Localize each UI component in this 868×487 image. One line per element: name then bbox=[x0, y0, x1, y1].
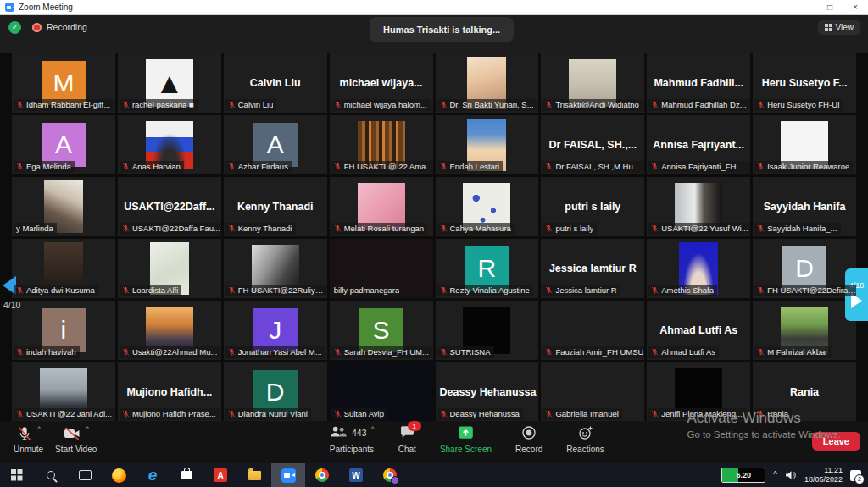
participant-tile[interactable]: RaniaRania bbox=[753, 362, 856, 422]
participant-tile[interactable]: Deassy HehanussaDeassy Hehanussa bbox=[436, 362, 539, 422]
firefox-icon[interactable] bbox=[102, 463, 136, 487]
participants-menu-caret[interactable]: ^ bbox=[371, 425, 375, 434]
volume-icon[interactable] bbox=[785, 470, 797, 480]
participant-tile[interactable]: MIdham Rabbani El-giff... bbox=[12, 53, 115, 113]
participant-tile[interactable]: Anas Harvian bbox=[118, 115, 221, 174]
mic-muted-icon bbox=[228, 224, 236, 233]
record-button[interactable]: Record bbox=[515, 425, 542, 454]
minimize-button[interactable]: — bbox=[792, 0, 817, 14]
view-button[interactable]: View bbox=[818, 20, 861, 35]
mic-muted-icon bbox=[334, 100, 342, 109]
participant-tile[interactable]: Endah Lestari bbox=[436, 115, 539, 174]
chat-button[interactable]: 1 Chat bbox=[398, 425, 416, 454]
mic-muted-icon bbox=[16, 285, 24, 295]
participant-tile[interactable]: RRezty Vinalia Agustine bbox=[436, 239, 539, 298]
participant-tile[interactable]: AEga Melinda bbox=[12, 115, 115, 174]
acrobat-icon[interactable]: A bbox=[203, 463, 237, 487]
share-screen-label: Share Screen bbox=[440, 445, 492, 454]
participant-tile[interactable]: M Fahrizal Akbar bbox=[753, 301, 856, 360]
task-view-icon[interactable] bbox=[68, 463, 102, 487]
tray-expand-icon[interactable]: ^ bbox=[773, 471, 777, 479]
participant-tile[interactable]: Calvin LiuCalvin Liu bbox=[224, 53, 327, 113]
meter-value: 6.20 bbox=[722, 471, 765, 479]
mic-muted-icon bbox=[545, 100, 553, 109]
chrome-icon[interactable] bbox=[305, 463, 339, 487]
participants-button[interactable]: 443 ^ Participants bbox=[329, 425, 375, 454]
share-screen-button[interactable]: Share Screen bbox=[440, 425, 492, 454]
participant-tile[interactable]: SUTRISNA bbox=[436, 301, 539, 360]
file-explorer-icon[interactable] bbox=[237, 463, 271, 487]
participant-tile[interactable]: Mahmud Fadhill...Mahmud Fadhillah Dz... bbox=[647, 53, 750, 113]
maximize-button[interactable]: □ bbox=[817, 0, 843, 14]
participant-tile[interactable]: USAKTI@22 Yusuf Wi... bbox=[647, 177, 750, 236]
close-button[interactable]: × bbox=[843, 0, 868, 14]
participant-tile[interactable]: Annisa Fajriyant...Annisa Fajriyanti_FH … bbox=[647, 115, 750, 174]
participant-tile[interactable]: Melati Rosali turangan bbox=[330, 177, 433, 236]
participant-tile[interactable]: putri s lailyputri s laily bbox=[541, 177, 644, 236]
participant-tile[interactable]: USAKTI@22Daff...USAKTI@22Daffa Fau... bbox=[118, 177, 221, 236]
participant-name-tag: FH USAKTI @ 22 Ama... bbox=[331, 161, 433, 173]
participant-tile[interactable]: USAKTI @22 Jani Adi... bbox=[12, 362, 115, 422]
participant-tile[interactable]: SSarah Desvia_FH UM... bbox=[330, 301, 433, 360]
participant-tile[interactable]: Aditya dwi Kusuma bbox=[12, 239, 115, 298]
participant-tile[interactable]: Loardista Alfi bbox=[118, 239, 221, 298]
participant-tile[interactable]: Amethis Shafa bbox=[647, 239, 750, 298]
participant-display-name: Mujiono Hafidh... bbox=[118, 386, 221, 398]
participant-tile[interactable]: Ahmad Lutfi AsAhmad Lutfi As bbox=[647, 301, 750, 360]
mic-muted-icon bbox=[334, 347, 342, 357]
participant-tile[interactable]: Usakti@22Ahmad Mu... bbox=[118, 301, 221, 360]
participant-tile[interactable]: michael wijaya...michael wijaya halom... bbox=[330, 53, 433, 113]
mic-muted-icon bbox=[545, 285, 553, 295]
participant-name-tag: Rezty Vinalia Agustine bbox=[437, 285, 533, 296]
participant-tile[interactable]: JJonathan Yasi Abel M... bbox=[224, 301, 327, 360]
chrome-profile-icon[interactable] bbox=[373, 463, 407, 487]
zoom-icon[interactable] bbox=[271, 463, 305, 487]
participant-tile[interactable]: Dr FAISAL, SH.,...Dr FAISAL, SH.,M.Hum..… bbox=[541, 115, 644, 174]
participant-tile[interactable]: FH USAKTI@22Ruliyo ... bbox=[224, 239, 327, 298]
participant-tile[interactable]: Trisakti@Andi Widiatno bbox=[541, 53, 644, 113]
action-center-icon[interactable]: 2 bbox=[850, 470, 861, 481]
unmute-menu-caret[interactable]: ^ bbox=[37, 425, 41, 434]
reactions-button[interactable]: Reactions bbox=[566, 425, 604, 454]
leave-button[interactable]: Leave bbox=[812, 432, 860, 451]
participant-tile[interactable]: FH USAKTI @ 22 Ama... bbox=[330, 115, 433, 174]
start-icon[interactable] bbox=[0, 463, 34, 487]
participant-tile[interactable]: Sultan Avip bbox=[330, 362, 433, 422]
record-icon bbox=[521, 425, 537, 440]
participant-tile[interactable]: Kenny ThanadiKenny Thanadi bbox=[224, 177, 327, 236]
participant-tile[interactable]: Sayyidah HanifaSayyidah Hanifa_... bbox=[753, 177, 856, 236]
participant-tile[interactable]: Cahya Mahasura bbox=[436, 177, 539, 236]
participant-grid: MIdham Rabbani El-giff...▲rachel paskari… bbox=[12, 53, 856, 422]
word-icon[interactable]: W bbox=[339, 463, 373, 487]
participant-tile[interactable]: Jenifi Plona Makieng... bbox=[647, 362, 750, 422]
unmute-button[interactable]: ^ Unmute bbox=[14, 425, 43, 454]
participant-display-name: Mahmud Fadhill... bbox=[647, 77, 750, 89]
system-tray: 6.20 ^ 11.21 18/05/2022 2 bbox=[721, 463, 868, 487]
participant-tile[interactable]: DFH USAKTI@22Defira ... bbox=[753, 239, 856, 298]
edge-icon[interactable]: e bbox=[136, 463, 170, 487]
participant-tile[interactable]: Jessica lamtiur RJessica lamtiur R bbox=[541, 239, 644, 298]
participant-tile[interactable]: Dr. Sri Bakti Yunari, S... bbox=[436, 53, 539, 113]
participant-tile[interactable]: Isaak Junior Reawaroe bbox=[753, 115, 856, 174]
video-menu-caret[interactable]: ^ bbox=[86, 425, 89, 434]
meeting-topbar: ✓ Recording Humas Trisakti is talking...… bbox=[0, 15, 868, 53]
participant-tile[interactable]: Mujiono Hafidh...Mujiono Hafidh Prase... bbox=[118, 362, 221, 422]
participant-tile[interactable]: Fauziah Amir_FH UMSU bbox=[541, 301, 644, 360]
participant-tile[interactable]: ▲rachel paskaria ■ bbox=[118, 53, 221, 113]
participant-tile[interactable]: y Marlinda bbox=[12, 177, 115, 236]
clock[interactable]: 11.21 18/05/2022 bbox=[804, 466, 843, 485]
mic-muted-icon bbox=[757, 100, 765, 109]
encryption-shield-icon[interactable]: ✓ bbox=[8, 21, 21, 34]
participant-name-tag: Idham Rabbani El-giff... bbox=[14, 99, 114, 111]
participant-tile[interactable]: billy padmanegara bbox=[330, 239, 433, 298]
participant-tile[interactable]: AAzhar Firdaus bbox=[224, 115, 327, 174]
participant-tile[interactable]: iindah havivah bbox=[12, 301, 115, 360]
participant-tile[interactable]: DDiandra Nurul Viani bbox=[224, 362, 327, 422]
mic-muted-icon bbox=[228, 285, 236, 295]
participant-tile[interactable]: Gabriella Imanuel bbox=[541, 362, 644, 422]
store-icon[interactable] bbox=[170, 463, 203, 487]
start-video-button[interactable]: ^ Start Video bbox=[55, 425, 97, 454]
participant-tile[interactable]: Heru Susetyo F...Heru Susetyo FH-UI bbox=[753, 53, 856, 113]
search-icon[interactable] bbox=[34, 463, 68, 487]
participant-name-tag: USAKTI@22Daffa Fau... bbox=[120, 223, 221, 235]
